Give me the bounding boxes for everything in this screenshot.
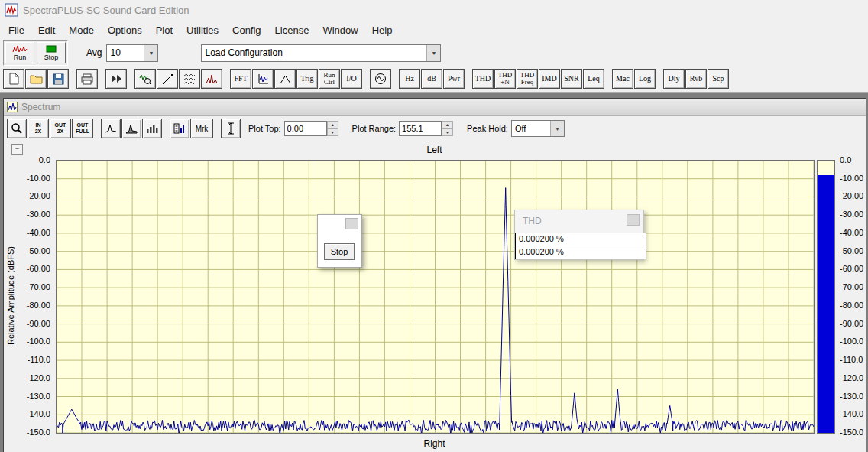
phase-line-button[interactable] <box>157 69 178 89</box>
io-button[interactable]: I/O <box>341 69 362 89</box>
new-file-button[interactable] <box>3 69 24 89</box>
menu-utilities[interactable]: Utilities <box>180 21 225 39</box>
avg-dropdown-arrow-icon[interactable]: ▼ <box>144 45 157 61</box>
load-configuration-dropdown[interactable]: Load Configuration ▼ <box>201 44 441 62</box>
fft-button[interactable]: FFT <box>230 69 251 89</box>
macro-button[interactable]: Mac <box>612 69 633 89</box>
snr-button[interactable]: SNR <box>561 69 582 89</box>
signal-generator-button[interactable] <box>370 69 391 89</box>
collapse-box[interactable]: − <box>11 144 23 155</box>
printer-icon <box>81 73 93 85</box>
y-tick-label: -150.0 <box>27 428 50 437</box>
save-disk-icon <box>53 73 64 85</box>
spectrum-plot[interactable] <box>56 160 815 434</box>
y-axis-labels-left: 0.0-10.00-20.00-30.00-40.00-50.00-60.00-… <box>4 160 53 432</box>
print-button[interactable] <box>76 69 98 89</box>
y-tick-label: -40.00 <box>840 228 863 237</box>
plot-top-down-icon[interactable]: ▼ <box>327 128 338 136</box>
menu-mode[interactable]: Mode <box>62 21 101 39</box>
reverb-button[interactable]: Rvb <box>685 69 707 89</box>
run-waveform-icon <box>12 45 28 54</box>
fast-forward-button[interactable] <box>105 69 127 89</box>
plot-top-label: Plot Top: <box>248 124 281 133</box>
stop-dialog-button[interactable]: Stop <box>324 243 355 260</box>
line-plot-style-button[interactable] <box>101 119 121 138</box>
y-tick-label: -20.00 <box>840 191 863 200</box>
db-units-button[interactable]: dB <box>421 69 442 89</box>
zoom-in-2x-button[interactable]: IN 2X <box>28 119 49 138</box>
stop-button[interactable]: Stop <box>37 42 66 63</box>
plot-top-input[interactable] <box>284 121 327 136</box>
avg-label: Avg <box>86 47 102 58</box>
plot-range-down-icon[interactable]: ▼ <box>442 128 453 136</box>
run-button[interactable]: Run <box>5 42 34 63</box>
thd-plus-n-button[interactable]: THD +N <box>494 69 516 89</box>
stop-dialog-close-icon[interactable] <box>345 218 358 229</box>
y-tick-label: 0.0 <box>39 155 50 164</box>
stop-button-label: Stop <box>44 54 59 61</box>
spectrum-window-title: Spectrum <box>21 102 60 112</box>
zoom-out-full-button[interactable]: OUT FULL <box>72 119 93 138</box>
channel-label-left: Left <box>56 145 813 155</box>
filled-plot-icon <box>125 123 138 134</box>
bar-plot-style-button[interactable] <box>142 119 162 138</box>
y-tick-label: -30.00 <box>840 210 863 219</box>
waveform-zoom-button[interactable] <box>134 69 156 89</box>
save-button[interactable] <box>47 69 69 89</box>
filled-plot-style-button[interactable] <box>121 119 141 138</box>
plot-range-up-icon[interactable]: ▲ <box>442 121 453 128</box>
menu-file[interactable]: File <box>2 21 31 39</box>
menu-options[interactable]: Options <box>101 21 149 39</box>
marker-button[interactable]: Mrk <box>190 119 213 138</box>
peak-hold-value: Off <box>512 121 550 136</box>
level-meter <box>817 160 835 434</box>
menu-config[interactable]: Config <box>225 21 268 39</box>
menu-help[interactable]: Help <box>365 21 400 39</box>
line-plot-icon <box>105 123 117 134</box>
delay-button[interactable]: Dly <box>663 69 685 89</box>
pwr-units-button[interactable]: Pwr <box>443 69 465 89</box>
display-options-icon <box>173 123 186 134</box>
thd-freq-button[interactable]: THD Freq <box>517 69 538 89</box>
menu-plot[interactable]: Plot <box>149 21 180 39</box>
menu-license[interactable]: License <box>268 21 316 39</box>
run-toolbar: Run Stop Avg 10 ▼ Load Configuration ▼ <box>0 40 868 66</box>
waveform-zoom-icon <box>139 73 151 85</box>
time-series-button[interactable] <box>252 69 274 89</box>
spectrum-peaks-button[interactable] <box>201 69 222 89</box>
thd-value-left: 0.000200 % <box>515 233 646 246</box>
open-file-button[interactable] <box>25 69 47 89</box>
log-button[interactable]: Log <box>634 69 656 89</box>
peak-hold-dropdown[interactable]: Off ▼ <box>511 120 565 137</box>
avg-value: 10 <box>107 45 144 61</box>
y-tick-label: -130.0 <box>840 392 863 401</box>
y-tick-label: -80.00 <box>27 301 50 310</box>
trigger-button[interactable]: Trig <box>296 69 318 89</box>
thd-button[interactable]: THD <box>472 69 494 89</box>
y-tick-label: -10.00 <box>840 174 863 183</box>
leq-button[interactable]: Leq <box>583 69 604 89</box>
fast-forward-icon <box>111 74 122 83</box>
scope-button[interactable]: Scp <box>708 69 729 89</box>
y-tick-label: -140.0 <box>27 409 50 418</box>
plot-top-up-icon[interactable]: ▲ <box>327 121 338 128</box>
phase-plot-button[interactable] <box>274 69 296 89</box>
imd-button[interactable]: IMD <box>539 69 560 89</box>
y-tick-label: -60.00 <box>840 264 863 273</box>
zoom-out-2x-button[interactable]: OUT 2X <box>50 119 71 138</box>
menu-window[interactable]: Window <box>316 21 364 39</box>
load-configuration-arrow-icon[interactable]: ▼ <box>426 45 440 61</box>
run-control-button[interactable]: Run Ctrl <box>319 69 340 89</box>
y-tick-label: 0.0 <box>840 155 851 164</box>
zoom-button[interactable] <box>7 119 27 138</box>
thd-dialog-close-icon[interactable] <box>627 214 640 226</box>
multi-trace-button[interactable] <box>179 69 200 89</box>
menu-edit[interactable]: Edit <box>31 21 62 39</box>
spectrum-title-bar[interactable]: Spectrum <box>4 99 866 116</box>
hz-units-button[interactable]: Hz <box>399 69 420 89</box>
autoscale-button[interactable] <box>221 119 241 138</box>
avg-dropdown[interactable]: 10 ▼ <box>106 44 158 62</box>
display-options-button[interactable] <box>170 119 189 138</box>
peak-hold-arrow-icon[interactable]: ▼ <box>550 121 564 136</box>
plot-range-input[interactable] <box>399 121 442 136</box>
